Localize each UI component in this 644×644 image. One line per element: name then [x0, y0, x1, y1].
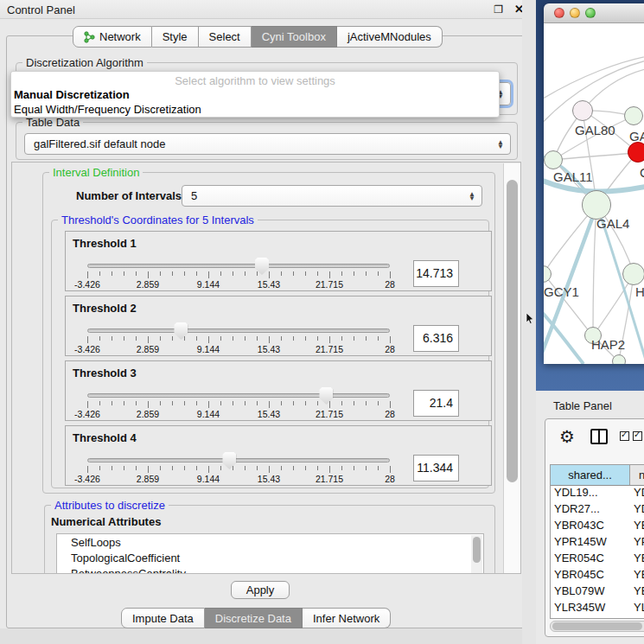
number-of-intervals-combobox[interactable]: 5 ▲▼	[182, 185, 482, 207]
menu-item-manual-discretization[interactable]: Manual Discretization	[14, 88, 130, 101]
threshold-value-field[interactable]: 11.344	[413, 455, 459, 481]
apply-button[interactable]: Apply	[231, 581, 290, 599]
threshold-value-field[interactable]: 6.316	[413, 325, 459, 352]
number-of-intervals-value: 5	[191, 189, 197, 202]
table-row[interactable]: YBL079WYBL0	[551, 584, 644, 601]
numerical-attributes-label: Numerical Attributes	[51, 515, 161, 528]
network-node[interactable]	[572, 100, 593, 121]
menu-item-equal-width-frequency[interactable]: Equal Width/Frequency Discretization	[14, 103, 201, 116]
list-item[interactable]: BetweennessCentrality	[57, 565, 483, 574]
table-header: shared... name	[551, 465, 644, 486]
node-label: GAL4	[596, 216, 629, 231]
threshold-row: Threshold 1 -3.4262.8599.14415.4321.7152…	[65, 231, 492, 291]
table-row[interactable]: YBR043CYBR0	[551, 519, 644, 535]
table-row[interactable]: YDL19...YDL1	[551, 486, 644, 502]
network-canvas[interactable]: GAL80GACGAL11GAL4GCY1HHAP2	[544, 23, 644, 364]
table-row[interactable]: YIL052CYIL0	[551, 617, 644, 618]
checkbox-icon[interactable]	[620, 431, 629, 441]
table-panel-box: ⚙ shared... name YDL19...YDL1YDR27...YDR…	[545, 418, 644, 637]
network-desktop: GAL80GACGAL11GAL4GCY1HHAP2	[536, 0, 644, 391]
node-label: GAL80	[575, 123, 615, 137]
network-node[interactable]	[622, 263, 644, 285]
tab-style[interactable]: Style	[152, 26, 199, 48]
table-row[interactable]: YER054CYER0	[551, 552, 644, 568]
table-panel: Table Panel ⚙ shared... name YDL19...YDL…	[536, 391, 644, 644]
node-label: GAL11	[553, 169, 593, 184]
threshold-slider-track[interactable]	[87, 264, 390, 268]
network-view-window[interactable]: GAL80GACGAL11GAL4GCY1HHAP2	[544, 3, 644, 364]
network-icon	[84, 31, 95, 43]
app-window: Control Panel ❐ ✕ Network	[0, 0, 644, 644]
threshold-slider-track[interactable]	[87, 328, 390, 333]
column-header-name[interactable]: name	[630, 465, 644, 485]
discretization-algorithm-title: Discretization Algorithm	[22, 56, 147, 69]
network-node[interactable]	[612, 354, 626, 364]
table-row[interactable]: YDR27...YDR2	[551, 502, 644, 519]
list-item[interactable]: TopologicalCoefficient	[57, 550, 483, 565]
list-scrollbar[interactable]	[471, 535, 482, 574]
checkbox-icon[interactable]	[633, 431, 642, 441]
node-table: shared... name YDL19...YDL1YDR27...YDR2Y…	[550, 464, 644, 619]
tab-network[interactable]: Network	[73, 26, 152, 48]
attributes-group-title: Attributes to discretize	[51, 499, 169, 512]
tab-network-label: Network	[99, 30, 141, 43]
threshold-row: Threshold 2 -3.4262.8599.14415.4321.7152…	[65, 296, 492, 356]
tab-jactivemnodules[interactable]: jActiveMNodules	[337, 26, 443, 48]
attributes-group: Attributes to discretize Numerical Attri…	[44, 505, 495, 574]
threshold-row: Threshold 3 -3.4262.8599.14415.4321.7152…	[65, 360, 492, 421]
network-window-titlebar[interactable]	[544, 3, 644, 23]
network-node[interactable]	[624, 106, 643, 125]
control-panel-titlebar: Control Panel ❐ ✕	[0, 0, 536, 19]
tab-infer-network[interactable]: Infer Network	[303, 608, 391, 628]
threshold-row: Threshold 4 -3.4262.8599.14415.4321.7152…	[65, 425, 492, 486]
interval-definition-title: Interval Definition	[49, 166, 143, 179]
tab-discretize-data[interactable]: Discretize Data	[205, 608, 303, 628]
column-header-shared-name[interactable]: shared...	[551, 465, 630, 485]
tab-impute-data[interactable]: Impute Data	[121, 608, 205, 628]
network-node[interactable]	[582, 190, 611, 220]
table-data-combobox[interactable]: galFiltered.sif default node ▲▼	[24, 133, 511, 155]
slider-tick-labels: -3.4262.8599.14415.4321.71528	[87, 409, 390, 419]
threshold-slider-track[interactable]	[87, 458, 390, 462]
window-minimize-icon[interactable]	[570, 8, 580, 18]
table-data-value: galFiltered.sif default node	[34, 137, 165, 150]
thresholds-group: Threshold's Coordinates for 5 Intervals …	[51, 220, 489, 488]
tab-select[interactable]: Select	[199, 26, 252, 48]
tab-cyni-toolbox[interactable]: Cyni Toolbox	[252, 26, 337, 48]
top-tab-bar: Network Style Select Cyni Toolbox jActiv…	[73, 26, 443, 48]
gear-icon[interactable]: ⚙	[559, 426, 575, 447]
window-close-icon[interactable]	[554, 8, 564, 18]
table-data-group: Table Data galFiltered.sif default node …	[16, 122, 518, 160]
node-label: HAP2	[591, 337, 625, 352]
table-row[interactable]: YPR145WYPR1	[551, 535, 644, 552]
number-of-intervals-label: Number of Intervals	[76, 189, 182, 202]
table-row[interactable]: YLR345WYLR3	[551, 601, 644, 617]
settings-scroll-viewport: Interval Definition Number of Intervals …	[11, 162, 521, 574]
network-node[interactable]	[544, 150, 563, 169]
combo-stepper-icon: ▲▼	[469, 192, 475, 201]
interval-definition-group: Interval Definition Number of Intervals …	[42, 172, 495, 494]
threshold-value-field[interactable]: 21.4	[413, 390, 459, 417]
control-panel: Control Panel ❐ ✕ Network	[0, 0, 536, 628]
attributes-list-items: SelfLoopsTopologicalCoefficientBetweenne…	[57, 534, 483, 574]
numerical-attributes-list[interactable]: SelfLoopsTopologicalCoefficientBetweenne…	[56, 533, 484, 574]
thresholds-group-title: Threshold's Coordinates for 5 Intervals	[58, 214, 258, 226]
table-hscrollbar[interactable]	[550, 621, 644, 632]
node-label: C	[640, 165, 644, 180]
window-zoom-icon[interactable]	[585, 8, 596, 18]
columns-icon[interactable]	[590, 429, 608, 444]
combo-stepper-icon: ▲▼	[497, 140, 504, 149]
node-label: H	[635, 284, 644, 299]
node-table-body: YDL19...YDL1YDR27...YDR2YBR043CYBR0YPR14…	[551, 486, 644, 618]
threshold-value-field[interactable]: 14.713	[413, 260, 459, 287]
algorithm-placeholder: Select algorithm to view settings	[11, 74, 499, 87]
mouse-cursor	[526, 313, 534, 328]
table-row[interactable]: YBR045CYBR0	[551, 568, 644, 584]
control-panel-title: Control Panel	[7, 3, 75, 16]
float-window-icon[interactable]: ❐	[494, 3, 503, 16]
list-item[interactable]: SelfLoops	[57, 534, 483, 550]
settings-scrollbar[interactable]	[503, 163, 520, 573]
slider-tick-labels: -3.4262.8599.14415.4321.71528	[87, 474, 390, 484]
threshold-slider-track[interactable]	[87, 393, 390, 398]
network-node[interactable]	[628, 142, 644, 163]
